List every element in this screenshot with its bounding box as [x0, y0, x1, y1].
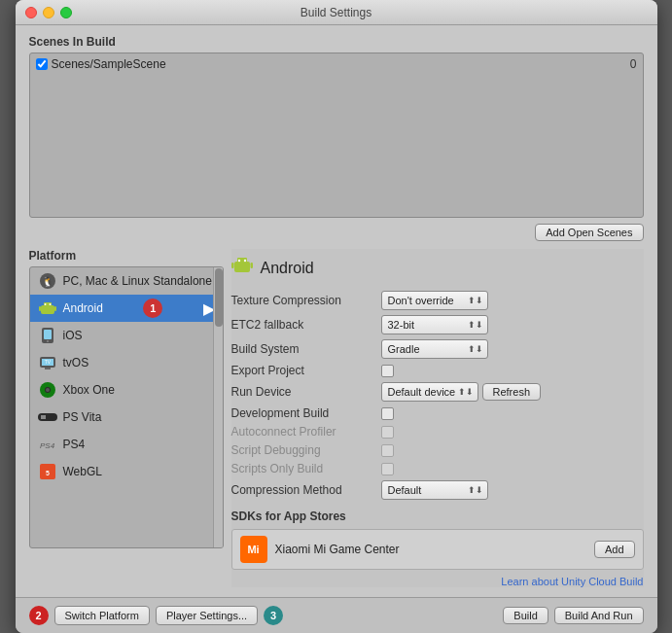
sdk-name: Xiaomi Mi Game Center [275, 543, 586, 556]
scrollbar-track[interactable] [213, 267, 223, 547]
svg-rect-7 [54, 306, 56, 311]
tvos-label: tvOS [63, 356, 89, 369]
compression-method-arrow-icon: ⬆⬇ [468, 485, 483, 495]
platform-item-xbox[interactable]: Xbox One [30, 376, 223, 404]
run-device-arrow-icon: ⬆⬇ [458, 387, 474, 397]
svg-point-25 [237, 260, 239, 262]
build-button[interactable]: Build [503, 607, 548, 624]
build-system-select[interactable]: Gradle ⬆⬇ [381, 339, 488, 359]
export-project-row: Export Project [231, 364, 644, 377]
psvita-label: PS Vita [63, 410, 102, 424]
sdk-section-label: SDKs for App Stores [231, 510, 644, 523]
cloud-build-section: Learn about Unity Cloud Build [231, 576, 644, 587]
platform-item-ps4[interactable]: PS4 PS4 [30, 431, 223, 458]
platform-item-tvos[interactable]: TV tvOS [30, 349, 223, 376]
minimize-button[interactable] [43, 7, 54, 18]
compression-method-label: Compression Method [231, 483, 377, 497]
tvos-icon: TV [38, 353, 57, 372]
svg-rect-13 [45, 368, 51, 369]
sdk-item: Mi Xiaomi Mi Game Center Add [231, 529, 644, 570]
webgl-icon: 5 [38, 462, 57, 481]
run-device-controls: Default device ⬆⬇ Refresh [381, 382, 542, 402]
platform-item-psvita[interactable]: PS Vita [30, 404, 223, 431]
svg-point-26 [243, 260, 245, 262]
build-system-value: Gradle [388, 343, 420, 355]
maximize-button[interactable] [60, 7, 72, 18]
traffic-lights [25, 7, 72, 18]
scenes-panel: Scenes/SampleScene 0 [29, 53, 644, 218]
texture-compression-select[interactable]: Don't override ⬆⬇ [381, 291, 488, 310]
development-build-row: Development Build [231, 406, 644, 420]
build-settings-window: Build Settings Scenes In Build Scenes/Sa… [16, 0, 657, 633]
titlebar: Build Settings [16, 0, 657, 25]
switch-platform-badge: 2 [29, 606, 49, 625]
ps4-label: PS4 [63, 438, 86, 451]
build-system-row: Build System Gradle ⬆⬇ [231, 339, 644, 359]
refresh-button[interactable]: Refresh [482, 383, 542, 401]
compression-method-value: Default [388, 484, 422, 496]
svg-text:TV: TV [44, 359, 51, 365]
export-project-label: Export Project [231, 364, 377, 377]
scene-checkbox[interactable] [36, 58, 48, 70]
etc2-fallback-value: 32-bit [388, 319, 415, 331]
mi-icon: Mi [240, 536, 267, 563]
etc2-fallback-select[interactable]: 32-bit ⬆⬇ [381, 315, 488, 334]
export-project-checkbox[interactable] [381, 365, 394, 377]
build-and-run-button[interactable]: Build And Run [554, 607, 644, 624]
ios-label: iOS [63, 329, 83, 342]
scene-name: Scenes/SampleScene [52, 57, 166, 71]
scripts-only-build-row: Scripts Only Build [231, 462, 644, 475]
svg-rect-6 [39, 306, 41, 311]
svg-text:5: 5 [46, 470, 50, 476]
compression-method-select[interactable]: Default ⬆⬇ [381, 480, 488, 500]
etc2-fallback-label: ETC2 fallback [231, 318, 377, 332]
standalone-icon: 🐧 [38, 271, 57, 291]
development-build-checkbox[interactable] [381, 407, 394, 420]
settings-panel: Android Texture Compression Don't overri… [231, 249, 644, 587]
android-platform-icon [231, 255, 253, 281]
scrollbar-thumb[interactable] [215, 268, 223, 327]
player-settings-badge: 3 [264, 606, 283, 625]
android-label: Android [63, 301, 103, 315]
bottom-bar-left: 2 Switch Platform Player Settings... 3 [29, 606, 498, 625]
platform-item-ios[interactable]: iOS [30, 322, 223, 349]
sdk-section: SDKs for App Stores Mi Xiaomi Mi Game Ce… [231, 510, 644, 570]
switch-platform-button[interactable]: Switch Platform [54, 606, 150, 625]
bottom-bar-right: Build Build And Run [503, 607, 643, 624]
scene-row: Scenes/SampleScene 0 [36, 57, 637, 71]
xbox-icon [38, 380, 57, 400]
mi-icon-label: Mi [247, 544, 259, 555]
psvita-icon [38, 407, 57, 427]
script-debugging-label: Script Debugging [231, 443, 377, 457]
texture-compression-label: Texture Compression [231, 294, 377, 307]
cloud-build-link[interactable]: Learn about Unity Cloud Build [501, 576, 643, 587]
svg-point-4 [44, 303, 46, 305]
development-build-label: Development Build [231, 406, 377, 420]
svg-point-17 [46, 388, 50, 392]
texture-compression-value: Don't override [388, 295, 454, 306]
svg-rect-28 [250, 263, 253, 268]
scripts-only-build-label: Scripts Only Build [231, 462, 377, 475]
autoconnect-profiler-checkbox[interactable] [381, 426, 394, 439]
platform-item-standalone[interactable]: 🐧 PC, Mac & Linux Standalone [30, 267, 223, 295]
bottom-bar: 2 Switch Platform Player Settings... 3 B… [16, 597, 657, 633]
script-debugging-checkbox[interactable] [381, 444, 394, 457]
run-device-select[interactable]: Default device ⬆⬇ [381, 382, 478, 402]
add-open-scenes-button[interactable]: Add Open Scenes [535, 224, 643, 241]
svg-rect-27 [231, 263, 234, 268]
window-title: Build Settings [301, 6, 371, 19]
ps4-icon: PS4 [38, 435, 57, 454]
add-sdk-button[interactable]: Add [594, 541, 635, 558]
player-settings-button[interactable]: Player Settings... [156, 606, 258, 625]
scripts-only-build-checkbox[interactable] [381, 463, 394, 475]
close-button[interactable] [25, 7, 37, 18]
etc2-fallback-arrow-icon: ⬆⬇ [468, 320, 483, 330]
platform-item-android[interactable]: Android 1 ▶ [30, 295, 223, 322]
platform-item-webgl[interactable]: 5 WebGL [30, 458, 223, 485]
svg-text:PS4: PS4 [40, 441, 55, 450]
script-debugging-row: Script Debugging [231, 443, 644, 457]
platform-list-inner: 🐧 PC, Mac & Linux Standalone [30, 267, 223, 547]
add-open-scenes-row: Add Open Scenes [29, 224, 644, 241]
svg-rect-19 [41, 415, 46, 419]
platform-section: Platform 🐧 PC, Mac & Linux Standalone [29, 249, 224, 587]
